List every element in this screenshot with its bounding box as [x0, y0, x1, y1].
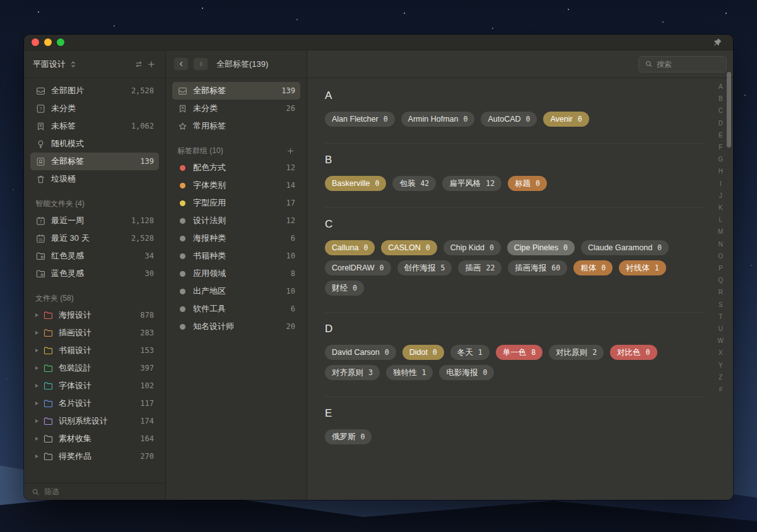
alphabet-letter[interactable]: Q: [718, 274, 723, 286]
tag-pill[interactable]: 电影海报0: [439, 365, 494, 380]
sidebar-item[interactable]: 垃圾桶: [30, 170, 159, 188]
alphabet-letter[interactable]: P: [719, 262, 723, 274]
alphabet-letter[interactable]: C: [719, 105, 723, 117]
alphabet-letter[interactable]: S: [719, 299, 723, 311]
tag-pill[interactable]: Avenir0: [543, 112, 589, 127]
tag-pill[interactable]: Cipe Pineles0: [507, 240, 575, 255]
alphabet-letter[interactable]: J: [719, 190, 722, 202]
tag-pill[interactable]: Didot0: [402, 345, 444, 360]
tag-pill[interactable]: 俄罗斯0: [325, 429, 372, 444]
library-switcher[interactable]: 平面设计: [24, 50, 165, 78]
tag-pill[interactable]: 单一色8: [496, 345, 543, 360]
disclosure-triangle-icon[interactable]: [35, 313, 38, 317]
tag-pill[interactable]: 插画22: [458, 260, 502, 275]
tag-pill[interactable]: 插画海报60: [508, 260, 567, 275]
tag-pill[interactable]: AutoCAD0: [481, 112, 537, 127]
disclosure-triangle-icon[interactable]: [35, 349, 38, 352]
tag-group-item[interactable]: 字型应用 17: [172, 194, 300, 212]
folder-item[interactable]: 海报设计 878: [30, 306, 159, 324]
tag-pill[interactable]: 衬线体1: [619, 260, 666, 275]
alphabet-letter[interactable]: D: [719, 117, 723, 129]
tag-panel-item[interactable]: 常用标签: [172, 117, 300, 135]
close-button[interactable]: [32, 38, 39, 46]
sidebar-item[interactable]: 全部标签 139: [30, 153, 159, 170]
smart-folder-item[interactable]: 最近一周 1,128: [30, 212, 159, 229]
tag-pill[interactable]: Calluna0: [325, 240, 375, 255]
smart-folder-item[interactable]: 蓝色灵感 30: [30, 265, 159, 282]
tag-pill[interactable]: 独特性1: [386, 365, 433, 380]
smart-folder-item[interactable]: 红色灵感 34: [30, 247, 159, 265]
disclosure-triangle-icon[interactable]: [35, 454, 38, 458]
tag-panel-item[interactable]: 未分类 26: [172, 100, 300, 117]
alphabet-letter[interactable]: L: [719, 214, 722, 226]
disclosure-triangle-icon[interactable]: [35, 437, 38, 441]
alphabet-letter[interactable]: F: [719, 141, 722, 153]
tag-pill[interactable]: Chip Kidd0: [443, 240, 501, 255]
tag-pill[interactable]: Baskerville0: [325, 176, 386, 191]
folder-item[interactable]: 识别系统设计 174: [30, 412, 159, 430]
sidebar-item[interactable]: 未分类: [30, 100, 159, 117]
disclosure-triangle-icon[interactable]: [35, 402, 38, 405]
swap-icon[interactable]: [134, 59, 144, 69]
folder-item[interactable]: 得奖作品 270: [30, 448, 159, 465]
alphabet-letter[interactable]: W: [718, 335, 724, 347]
disclosure-triangle-icon[interactable]: [35, 366, 38, 370]
tag-group-item[interactable]: 书籍种类 10: [172, 247, 300, 265]
tag-group-item[interactable]: 海报种类 6: [172, 229, 300, 247]
tag-pill[interactable]: 冬天1: [450, 345, 490, 360]
alphabet-letter[interactable]: E: [719, 129, 723, 141]
disclosure-triangle-icon[interactable]: [35, 384, 38, 388]
add-group-icon[interactable]: [286, 146, 295, 156]
alphabet-letter[interactable]: O: [718, 250, 723, 262]
alphabet-letter[interactable]: Z: [719, 371, 722, 383]
alphabet-letter[interactable]: U: [719, 323, 723, 335]
alphabet-letter[interactable]: H: [719, 165, 723, 177]
tag-pill[interactable]: 标题0: [508, 176, 547, 191]
alphabet-letter[interactable]: X: [719, 347, 723, 359]
back-button[interactable]: [173, 57, 189, 71]
scrollbar-thumb[interactable]: [727, 72, 731, 147]
tag-pill[interactable]: Armin Hofman0: [401, 112, 475, 127]
alphabet-letter[interactable]: M: [718, 226, 723, 238]
alphabet-letter[interactable]: R: [719, 286, 723, 298]
smart-folder-item[interactable]: 最近 30 天 2,528: [30, 229, 159, 247]
forward-button[interactable]: [193, 57, 208, 71]
alphabet-letter[interactable]: Y: [719, 359, 723, 371]
alphabet-letter[interactable]: I: [720, 178, 722, 190]
tag-pill[interactable]: 对比原则2: [549, 345, 604, 360]
tag-group-item[interactable]: 出产地区 10: [172, 282, 300, 300]
disclosure-triangle-icon[interactable]: [35, 419, 38, 423]
alphabet-letter[interactable]: B: [719, 93, 723, 105]
alphabet-letter[interactable]: G: [718, 153, 723, 165]
tag-pill[interactable]: 财经0: [325, 280, 364, 296]
alphabet-letter[interactable]: T: [719, 311, 722, 323]
tag-pill[interactable]: 创作海报5: [397, 260, 452, 275]
tag-pill[interactable]: CASLON0: [381, 240, 437, 255]
tag-group-item[interactable]: 知名设计师 20: [172, 318, 300, 335]
pin-icon[interactable]: [712, 37, 723, 48]
tag-pill[interactable]: 扁平风格12: [442, 176, 502, 191]
search-box[interactable]: [638, 56, 727, 72]
alphabet-letter[interactable]: A: [719, 81, 723, 93]
folder-item[interactable]: 书籍设计 153: [30, 342, 159, 359]
tag-group-item[interactable]: 字体类别 14: [172, 176, 300, 194]
tag-group-item[interactable]: 配色方式 12: [172, 159, 300, 176]
alphabet-letter[interactable]: N: [719, 238, 723, 250]
tag-pill[interactable]: 对齐原则3: [325, 365, 380, 380]
disclosure-triangle-icon[interactable]: [35, 331, 38, 335]
sidebar-item[interactable]: 未标签 1,062: [30, 117, 159, 135]
tag-pill[interactable]: David Carson0: [325, 345, 396, 360]
tag-group-item[interactable]: 软件工具 6: [172, 300, 300, 318]
folder-item[interactable]: 包裝設計 397: [30, 359, 159, 377]
tag-group-item[interactable]: 设计法则 12: [172, 212, 300, 229]
folder-item[interactable]: 名片设计 117: [30, 395, 159, 412]
alphabet-letter[interactable]: K: [719, 202, 723, 214]
tag-pill[interactable]: 对比色0: [610, 345, 657, 360]
tag-pill[interactable]: Alan Fletcher0: [325, 112, 395, 127]
tag-panel-item[interactable]: 全部标签 139: [172, 82, 300, 100]
alphabet-letter[interactable]: #: [719, 383, 722, 395]
folder-item[interactable]: 素材收集 164: [30, 430, 159, 448]
tag-pill[interactable]: 包装42: [392, 176, 436, 191]
filter-input[interactable]: [44, 487, 139, 496]
sidebar-item[interactable]: 全部图片 2,528: [30, 82, 159, 100]
